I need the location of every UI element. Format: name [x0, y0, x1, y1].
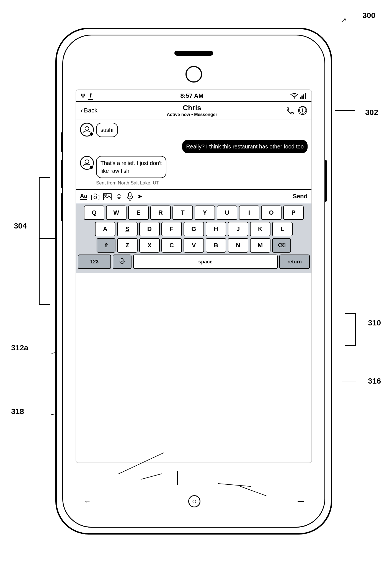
- return-key[interactable]: return: [279, 255, 310, 269]
- patent-label-310: 310: [368, 319, 381, 327]
- back-label: Back: [84, 107, 97, 114]
- patent-arrow-300: ↗: [341, 17, 346, 24]
- annot-line-316: [342, 381, 356, 381]
- image-icon[interactable]: [103, 192, 112, 200]
- volume-down-button[interactable]: [61, 193, 63, 221]
- key-B[interactable]: B: [206, 238, 226, 253]
- key-A[interactable]: A: [95, 222, 115, 236]
- key-L[interactable]: L: [272, 222, 293, 236]
- annot-line-302: [338, 111, 355, 111]
- svg-point-8: [94, 196, 97, 199]
- key-U[interactable]: U: [217, 206, 237, 220]
- key-X[interactable]: X: [139, 238, 160, 253]
- key-N[interactable]: N: [228, 238, 248, 253]
- patent-label-316: 316: [368, 377, 381, 386]
- send-button[interactable]: Send: [293, 193, 308, 200]
- chat-area: sushi Really? I think this restaurant ha…: [76, 119, 311, 189]
- key-F[interactable]: F: [161, 222, 182, 236]
- patent-label-304: 304: [14, 222, 27, 230]
- delete-key[interactable]: ⌫: [272, 238, 291, 253]
- key-Q[interactable]: Q: [84, 206, 104, 220]
- message-bubble-received2: That's a relief. I just don't like raw f…: [96, 156, 166, 178]
- camera-icon[interactable]: [91, 192, 99, 200]
- shift-key[interactable]: ⇧: [97, 238, 115, 253]
- key-V[interactable]: V: [184, 238, 204, 253]
- power-button[interactable]: [324, 160, 327, 202]
- nav-icons: ⓘ: [287, 106, 307, 115]
- keyboard-row-2: A S D F G H J K L: [78, 222, 310, 236]
- message-row-sent: Really? I think this restaurant has othe…: [80, 140, 308, 153]
- contact-name: Chris: [167, 104, 217, 112]
- volume-up-button[interactable]: [61, 160, 63, 188]
- home-button[interactable]: ○: [188, 495, 200, 507]
- phone-icon[interactable]: [287, 106, 294, 115]
- emoji-icon[interactable]: ☺: [115, 192, 123, 201]
- status-left: Ψ f: [81, 92, 93, 100]
- patent-label-318: 318: [11, 407, 24, 416]
- key-D[interactable]: D: [139, 222, 160, 236]
- key-M[interactable]: M: [250, 238, 270, 253]
- mic-icon[interactable]: [127, 192, 133, 201]
- key-C[interactable]: C: [161, 238, 182, 253]
- message-bubble-sent: Really? I think this restaurant has othe…: [182, 140, 308, 153]
- toolbar-icons: Aa: [80, 192, 143, 201]
- svg-point-5: [85, 127, 89, 130]
- keyboard-row-4: 123 space return: [78, 255, 310, 269]
- bracket-310: [345, 313, 356, 346]
- status-time: 8:57 AM: [180, 92, 203, 99]
- annot-vert-2: [177, 471, 178, 485]
- phone-speaker: [174, 51, 213, 56]
- back-button[interactable]: ‹ Back: [81, 107, 97, 114]
- key-G[interactable]: G: [184, 222, 204, 236]
- font-icon[interactable]: Aa: [80, 193, 87, 200]
- svg-point-6: [85, 160, 89, 164]
- key-T[interactable]: T: [172, 206, 193, 220]
- patent-label-300: 300: [362, 11, 375, 20]
- avatar: [80, 123, 94, 137]
- location-icon[interactable]: ➤: [137, 192, 143, 200]
- message-row: sushi: [80, 123, 308, 137]
- key-I[interactable]: I: [239, 206, 259, 220]
- annot-vert-1: [111, 471, 111, 487]
- phone-inner: Ψ f 8:57 AM: [62, 35, 325, 528]
- active-status: Active now • Messenger: [167, 112, 217, 117]
- signal-icon: [300, 93, 307, 99]
- key-R[interactable]: R: [150, 206, 171, 220]
- volume-mute-button[interactable]: [61, 132, 63, 152]
- keyboard-row-3: ⇧ Z X C V B N M ⌫: [78, 238, 310, 253]
- multitask-icon[interactable]: —: [298, 498, 304, 505]
- key-Y[interactable]: Y: [195, 206, 215, 220]
- svg-point-10: [105, 194, 106, 196]
- phone-screen: Ψ f 8:57 AM: [76, 89, 312, 463]
- message-text: sushi: [100, 127, 114, 133]
- key-E[interactable]: E: [128, 206, 149, 220]
- key-K[interactable]: K: [250, 222, 270, 236]
- key-O[interactable]: O: [261, 206, 282, 220]
- status-right: [290, 93, 307, 99]
- key-J[interactable]: J: [228, 222, 248, 236]
- back-nav-icon[interactable]: ←: [84, 497, 91, 506]
- key-Z[interactable]: Z: [117, 238, 138, 253]
- key-W[interactable]: W: [106, 206, 127, 220]
- annot-diagonal-3: [218, 483, 251, 487]
- location-text: Sent from North Salt Lake, UT: [96, 180, 197, 186]
- keyboard-row-1: Q W E R T Y U I O P: [78, 206, 310, 220]
- wifi-icon: [290, 93, 298, 99]
- svg-rect-4: [305, 93, 306, 99]
- navigation-bar: ‹ Back Chris Active now • Messenger ⓘ: [76, 102, 311, 119]
- phone-outline: Ψ f 8:57 AM: [55, 28, 332, 535]
- key-S[interactable]: S: [117, 222, 138, 236]
- facebook-icon: f: [88, 92, 94, 100]
- key-P[interactable]: P: [283, 206, 304, 220]
- space-key[interactable]: space: [133, 255, 278, 269]
- info-icon[interactable]: ⓘ: [298, 106, 307, 115]
- message-text: Really? I think this restaurant has othe…: [186, 143, 304, 150]
- keyboard-mic-key[interactable]: [113, 255, 131, 269]
- avatar-badge: [89, 132, 94, 136]
- back-chevron-icon: ‹: [81, 107, 83, 114]
- svg-rect-7: [91, 195, 99, 200]
- annot-diagonal-2: [141, 473, 162, 480]
- svg-rect-14: [121, 258, 123, 262]
- key-H[interactable]: H: [206, 222, 226, 236]
- numbers-key[interactable]: 123: [78, 255, 111, 269]
